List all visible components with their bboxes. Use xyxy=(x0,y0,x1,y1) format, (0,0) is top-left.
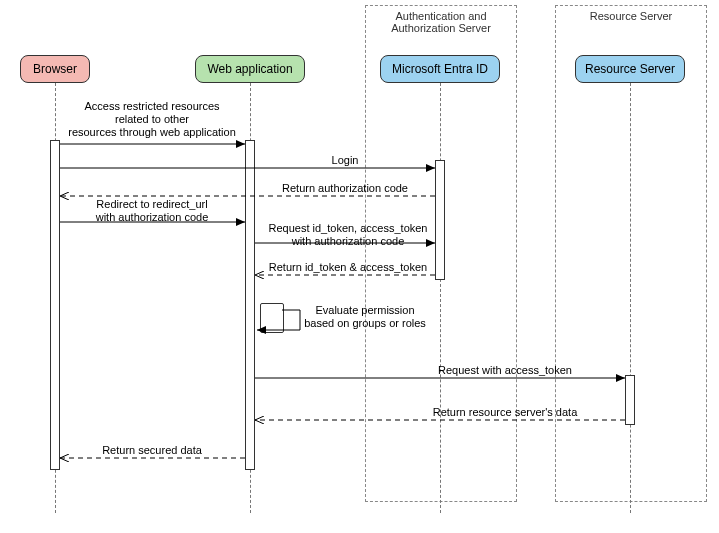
msg-access-restricted: Access restricted resources related to o… xyxy=(62,100,242,140)
msg-return-secured-data: Return secured data xyxy=(62,444,242,457)
msg-return-tokens: Return id_token & access_token xyxy=(258,261,438,274)
msg-return-auth-code: Return authorization code xyxy=(260,182,430,195)
msg-request-access-token: Request with access_token xyxy=(390,364,620,377)
msg-return-resource-data: Return resource server's data xyxy=(390,406,620,419)
msg-evaluate-permission: Evaluate permission based on groups or r… xyxy=(285,304,445,330)
msg-login: Login xyxy=(260,154,430,167)
sequence-diagram: { "boundaries": { "auth": { "label": "Au… xyxy=(0,0,719,533)
msg-request-tokens: Request id_token, access_token with auth… xyxy=(258,222,438,248)
msg-redirect: Redirect to redirect_url with authorizat… xyxy=(62,198,242,224)
